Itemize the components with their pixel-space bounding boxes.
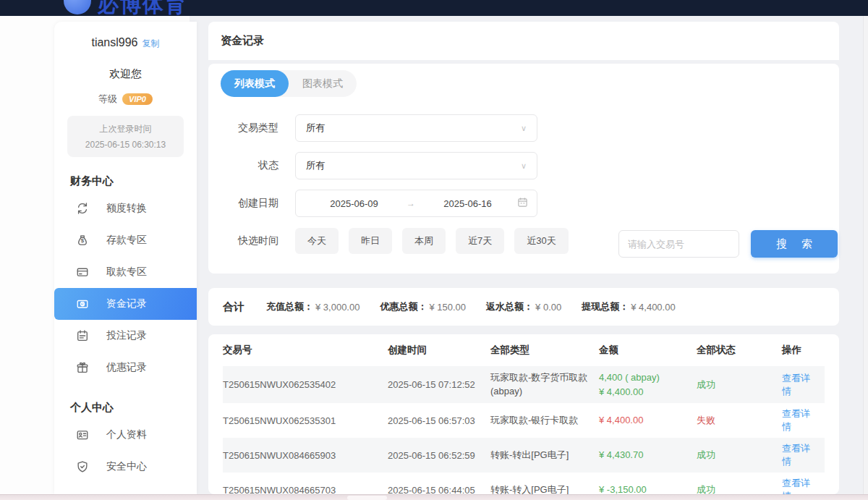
sidebar-item-label: 资金记录 (106, 297, 147, 310)
transaction-id: T250615NWUX084665703 (223, 485, 388, 495)
filter-row-status: 状态 所有 ∨ (208, 152, 537, 179)
filter-row-type: 交易类型 所有 ∨ (208, 114, 537, 142)
amount: 4,400 ( abpay)¥ 4,400.00 (599, 370, 697, 399)
transaction-type: 转账-转出[PG电子] (490, 449, 599, 462)
sidebar-item-label: 投注记录 (106, 329, 147, 342)
amount: ¥ -3,150.00 (599, 483, 697, 494)
summary-item-label: 提现总额： (582, 300, 629, 313)
sidebar-item-profile[interactable]: 个人资料 (54, 419, 197, 451)
search-button[interactable]: 搜 索 (751, 230, 838, 258)
copy-username-button[interactable]: 复制 (142, 38, 160, 48)
username-text: tiansl996 (91, 36, 137, 48)
transaction-search-input[interactable] (618, 230, 739, 258)
summary-item-value: ¥ 4,400.00 (631, 302, 675, 313)
idcard-icon (76, 428, 89, 441)
amount: ¥ 4,430.70 (599, 448, 697, 462)
summary-item-label: 返水总额： (486, 300, 533, 313)
sidebar-item-security-center[interactable]: 安全中心 (54, 451, 197, 483)
sidebar-item-promo-record[interactable]: 优惠记录 (54, 352, 197, 384)
filter-panel: 列表模式图表模式 交易类型 所有 ∨ 状态 所有 ∨ 创建日期 2025-06-… (208, 64, 839, 274)
transaction-type: 转账-转入[PG电子] (490, 483, 599, 494)
brand-logo-icon (64, 0, 91, 14)
filter-row-date: 创建日期 2025-06-09 → 2025-06-16 (208, 190, 537, 217)
summary-item: 提现总额：¥ 4,400.00 (582, 300, 675, 313)
view-details-link[interactable]: 查看详情 (782, 407, 825, 433)
summary-item-value: ¥ 0.00 (535, 302, 561, 313)
summary-title: 合计 (223, 300, 244, 314)
status-filter-label: 状态 (208, 159, 278, 172)
mode-tabs: 列表模式图表模式 (221, 70, 357, 97)
table-row: T250615NWUX0625354022025-06-15 07:12:52玩… (223, 366, 825, 403)
bottom-window-edge (0, 494, 868, 500)
sidebar-item-label: 存款专区 (106, 234, 147, 247)
column-header: 操作 (782, 344, 825, 357)
sidebar-item-bet-record[interactable]: 投注记录 (54, 320, 197, 352)
view-details-link[interactable]: 查看详情 (782, 477, 825, 494)
svg-text:$: $ (81, 300, 85, 307)
summary-item-label: 优惠总额： (380, 300, 427, 313)
level-label: 等级 (98, 93, 117, 106)
table-header-row: 交易号创建时间全部类型金额全部状态操作 (223, 334, 825, 366)
column-header: 全部状态 (697, 344, 782, 357)
exchange-icon (76, 202, 89, 215)
svg-text:$: $ (81, 237, 85, 244)
sidebar-item-withdraw-zone[interactable]: 取款专区 (54, 256, 197, 288)
main-content: 资金记录 列表模式图表模式 交易类型 所有 ∨ 状态 所有 ∨ 创建日期 (208, 22, 839, 494)
summary-item-value: ¥ 3,000.00 (315, 302, 359, 313)
sidebar-item-quota-transfer[interactable]: 额度转换 (54, 192, 197, 224)
quick-time-button-2[interactable]: 本周 (402, 228, 446, 254)
summary-items: 充值总额：¥ 3,000.00优惠总额：¥ 150.00返水总额：¥ 0.00提… (266, 300, 696, 313)
level-line: 等级 VIP0 (54, 93, 197, 106)
vip-badge: VIP0 (122, 93, 153, 105)
table-row: T250615NWUX0625353012025-06-15 06:57:03玩… (223, 403, 825, 438)
amount-line: ¥ -3,150.00 (599, 483, 691, 494)
quick-time-label: 快选时间 (208, 234, 278, 247)
column-header: 金额 (599, 344, 697, 357)
sidebar-item-funds-record[interactable]: $资金记录 (54, 288, 197, 320)
sidebar-item-label: 优惠记录 (106, 361, 147, 374)
quick-time-button-0[interactable]: 今天 (295, 228, 339, 254)
view-details-link[interactable]: 查看详情 (782, 442, 825, 468)
calendar-icon (76, 329, 89, 342)
column-header: 交易号 (223, 344, 388, 357)
vertical-scrollbar[interactable] (863, 16, 868, 494)
date-range-picker[interactable]: 2025-06-09 → 2025-06-16 (295, 190, 537, 217)
sidebar-item-deposit-zone[interactable]: $存款专区 (54, 224, 197, 256)
tab-list-mode[interactable]: 列表模式 (221, 70, 289, 97)
amount-line: ¥ 4,430.70 (599, 448, 691, 462)
quick-time-button-1[interactable]: 昨日 (349, 228, 392, 254)
bottom-edge-tab (347, 496, 387, 500)
table-row: T250615NWUX0846657032025-06-15 06:44:05转… (223, 473, 825, 494)
amount: ¥ 4,400.00 (599, 413, 697, 428)
table-row: T250615NWUX0846659032025-06-15 06:52:59转… (223, 438, 825, 473)
quick-time-button-3[interactable]: 近7天 (456, 228, 504, 254)
summary-item: 优惠总额：¥ 150.00 (380, 300, 466, 313)
username: tiansl996复制 (54, 36, 197, 50)
summary-item-label: 充值总额： (266, 300, 313, 313)
summary-item: 充值总额：¥ 3,000.00 (266, 300, 359, 313)
type-select[interactable]: 所有 ∨ (295, 114, 537, 142)
quick-time-buttons: 今天昨日本周近7天近30天 (295, 228, 569, 254)
summary-item: 返水总额：¥ 0.00 (486, 300, 561, 313)
quick-time-button-4[interactable]: 近30天 (514, 228, 568, 254)
status-badge: 成功 (697, 378, 782, 391)
sidebar-item-label: 额度转换 (106, 202, 147, 215)
calendar-icon (517, 197, 528, 210)
brand-title: 必博体育 (98, 0, 187, 16)
status-badge: 成功 (697, 449, 782, 462)
chevron-down-icon: ∨ (521, 124, 527, 133)
date-from-value[interactable]: 2025-06-09 (305, 198, 404, 209)
sidebar-item-label: 安全中心 (106, 460, 147, 473)
status-select[interactable]: 所有 ∨ (295, 152, 537, 179)
summary-item-value: ¥ 150.00 (429, 302, 466, 313)
records-table: 交易号创建时间全部类型金额全部状态操作 T250615NWUX062535402… (208, 334, 839, 494)
date-to-value[interactable]: 2025-06-16 (418, 198, 517, 209)
column-header: 全部类型 (490, 344, 599, 357)
page: 必博体育 tiansl996复制 欢迎您 等级 VIP0 上次登录时间 2025… (0, 0, 868, 500)
created-time: 2025-06-15 06:52:59 (388, 450, 490, 461)
shield-icon (76, 460, 89, 473)
sidebar: tiansl996复制 欢迎您 等级 VIP0 上次登录时间 2025-06-1… (54, 22, 197, 494)
view-details-link[interactable]: 查看详情 (782, 372, 825, 398)
tab-chart-mode[interactable]: 图表模式 (289, 70, 357, 97)
created-time: 2025-06-15 06:57:03 (388, 415, 490, 426)
